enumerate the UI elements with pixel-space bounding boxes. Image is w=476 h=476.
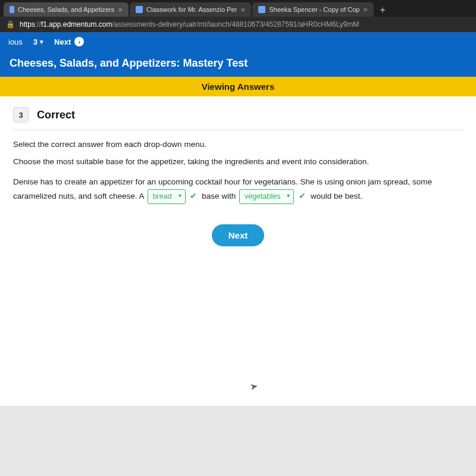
question-sentence: Denise has to create an appetizer for an… [13,176,463,204]
question-content: 3 Correct Select the correct answer from… [0,96,476,406]
tab-label: Cheeses, Salads, and Appetizers [18,6,114,13]
next-question-link[interactable]: Next › [54,37,84,46]
close-icon[interactable]: ✕ [363,7,368,13]
sentence-part: would be best. [311,192,362,201]
check-icon: ✔ [299,191,306,201]
tab-label: Sheeka Spencer - Copy of Cop [269,6,359,13]
url-path: /assessments-delivery/ualr/mt/launch/488… [112,20,359,29]
question-instruction: Select the correct answer from each drop… [13,140,463,149]
close-icon[interactable]: ✕ [240,7,245,13]
url-text: https://f1.app.edmentum.com/assessments-… [20,20,359,29]
browser-tab[interactable]: Classwork for Mr. Assenzio Per ✕ [130,2,251,17]
dropdown-topping[interactable]: vegetables [239,189,294,204]
question-number-indicator: 3 [33,37,37,46]
next-label: Next [54,37,71,46]
sentence-part: base with [202,192,238,201]
viewing-answers-banner: Viewing Answers [0,77,476,96]
new-tab-button[interactable]: + [375,4,390,17]
browser-tabs: Cheeses, Salads, and Appetizers ✕ Classw… [0,0,476,17]
tab-favicon [258,6,265,13]
answer-status: Correct [37,109,75,121]
browser-tab[interactable]: Cheeses, Salads, and Appetizers ✕ [4,2,129,17]
tab-favicon [136,6,143,13]
question-nav[interactable]: 3 ▾ [33,37,43,46]
prev-question-link[interactable]: ious [8,37,23,46]
app-topbar: ious 3 ▾ Next › [0,32,476,51]
arrow-right-icon: › [74,37,84,46]
chevron-down-icon: ▾ [40,38,43,46]
url-scheme: https [20,20,35,29]
next-button[interactable]: Next [212,224,265,246]
dropdown-base[interactable]: bread [148,189,186,204]
tab-favicon [10,6,14,13]
question-prompt: Choose the most suitable base for the ap… [13,157,463,166]
page-title: Cheeses, Salads, and Appetizers: Mastery… [0,51,476,77]
address-bar[interactable]: 🔒 https://f1.app.edmentum.com/assessment… [0,17,476,32]
close-icon[interactable]: ✕ [118,7,123,13]
question-number-badge: 3 [13,107,29,123]
check-icon: ✔ [190,191,197,201]
browser-tab[interactable]: Sheeka Spencer - Copy of Cop ✕ [252,2,374,17]
url-host: f1.app.edmentum.com [41,20,112,29]
lock-icon: 🔒 [6,20,15,29]
tab-label: Classwork for Mr. Assenzio Per [146,6,237,13]
